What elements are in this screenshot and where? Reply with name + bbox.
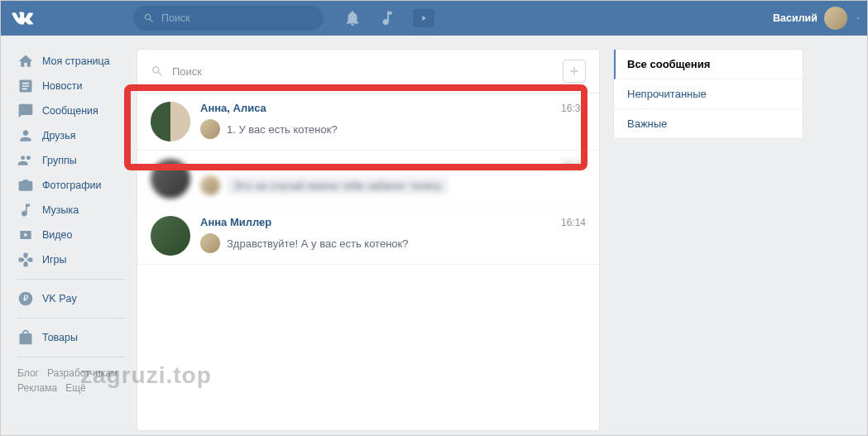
footer-links: Блог Разработчикам Реклама Ещё <box>9 364 137 397</box>
sender-avatar <box>200 233 220 253</box>
news-icon <box>17 78 34 94</box>
sender-avatar <box>200 175 220 195</box>
bag-icon <box>17 329 34 346</box>
play-button[interactable] <box>413 9 434 27</box>
nav-label: Друзья <box>42 130 76 141</box>
nav-friends[interactable]: Друзья <box>9 123 137 148</box>
footer-blog[interactable]: Блог <box>17 367 39 379</box>
user-avatar <box>824 7 847 30</box>
nav-label: Видео <box>42 229 73 241</box>
messages-search-bar <box>137 50 599 93</box>
footer-more[interactable]: Ещё <box>65 382 86 394</box>
conversation-preview: Здравствуйте! А у вас есть котенок? <box>227 237 408 250</box>
header-search[interactable] <box>133 6 324 31</box>
username-label: Василий <box>773 12 818 24</box>
search-input[interactable] <box>161 12 314 24</box>
bell-icon[interactable] <box>343 9 362 27</box>
nav-my-page[interactable]: Моя страница <box>9 49 137 74</box>
nav-games[interactable]: Игры <box>9 247 137 272</box>
filter-all[interactable]: Все сообщения <box>614 50 803 79</box>
gamepad-icon <box>17 252 34 268</box>
play-icon <box>420 14 428 22</box>
video-icon <box>17 227 34 243</box>
conversation-avatar <box>151 216 190 256</box>
nav-separator <box>17 318 125 319</box>
search-icon <box>151 65 164 78</box>
conversation-time: 16:14 <box>561 217 586 228</box>
nav-music[interactable]: Музыка <box>9 198 137 223</box>
conversation-name: Анна, Алиса <box>200 102 266 114</box>
messages-search-input[interactable] <box>172 65 554 78</box>
plus-icon <box>568 65 581 78</box>
sender-avatar <box>200 119 220 139</box>
nav-label: Моя страница <box>42 55 110 67</box>
messages-icon <box>17 103 34 119</box>
header-icons <box>343 9 434 27</box>
nav-separator <box>17 279 125 280</box>
nav-photos[interactable]: Фотографии <box>9 173 137 198</box>
nav-label: Группы <box>42 155 77 166</box>
conversation-time: 16:30 <box>561 103 586 114</box>
messages-panel: Анна, Алиса 16:30 1. У вас есть котенок?… <box>137 49 600 431</box>
filter-label: Все сообщения <box>627 58 710 70</box>
nav-label: VK Pay <box>42 293 77 304</box>
conversation-item[interactable]: Анна, Алиса 16:30 1. У вас есть котенок? <box>137 93 599 151</box>
filter-important[interactable]: Важные <box>614 109 803 138</box>
nav-vkpay[interactable]: ₽VK Pay <box>9 286 137 311</box>
conversation-avatar <box>151 102 190 141</box>
nav-label: Сообщения <box>42 105 98 117</box>
music-icon[interactable] <box>378 9 396 27</box>
nav-label: Музыка <box>42 204 79 216</box>
new-chat-button[interactable] <box>563 60 586 83</box>
filter-unread[interactable]: Непрочитанные <box>614 79 803 109</box>
nav-label: Фотографии <box>42 180 101 191</box>
nav-separator <box>17 357 125 357</box>
svg-text:₽: ₽ <box>23 294 29 303</box>
nav-goods[interactable]: Товары <box>9 325 137 350</box>
nav-label: Товары <box>42 332 78 343</box>
footer-dev[interactable]: Разработчикам <box>47 367 117 379</box>
search-icon <box>143 12 155 24</box>
nav-video[interactable]: Видео <box>9 223 137 247</box>
top-header: Василий <box>1 1 867 36</box>
conversation-item[interactable]: Анна Миллер 16:14 Здравствуйте! А у вас … <box>137 208 599 265</box>
filter-label: Важные <box>627 117 667 130</box>
filter-panel: Все сообщения Непрочитанные Важные <box>613 49 803 139</box>
conversation-item[interactable]: 16:24 Это на случай ежели тебе забанят т… <box>137 151 599 208</box>
home-icon <box>17 53 34 69</box>
nav-label: Новости <box>42 80 82 92</box>
music-note-icon <box>17 202 34 218</box>
nav-groups[interactable]: Группы <box>9 148 137 173</box>
footer-ads[interactable]: Реклама <box>17 382 57 394</box>
friends-icon <box>17 127 34 144</box>
nav-label: Игры <box>42 254 66 266</box>
conversation-preview: 1. У вас есть котенок? <box>227 123 338 136</box>
nav-news[interactable]: Новости <box>9 74 137 98</box>
camera-icon <box>17 177 34 194</box>
user-menu[interactable]: Василий <box>773 7 862 30</box>
nav-messages[interactable]: Сообщения <box>9 98 137 123</box>
conversation-name: Анна Миллер <box>200 216 271 228</box>
group-icon <box>17 152 34 169</box>
conversation-preview: Это на случай ежели тебе забанят телегу <box>227 176 448 195</box>
conversation-avatar <box>151 159 190 199</box>
ruble-icon: ₽ <box>17 290 34 307</box>
conversation-time: 16:24 <box>561 159 586 170</box>
left-nav: Моя страница Новости Сообщения Друзья Гр… <box>1 42 137 431</box>
filter-label: Непрочитанные <box>627 88 707 100</box>
chevron-down-icon <box>854 14 862 22</box>
vk-logo[interactable] <box>11 7 34 30</box>
